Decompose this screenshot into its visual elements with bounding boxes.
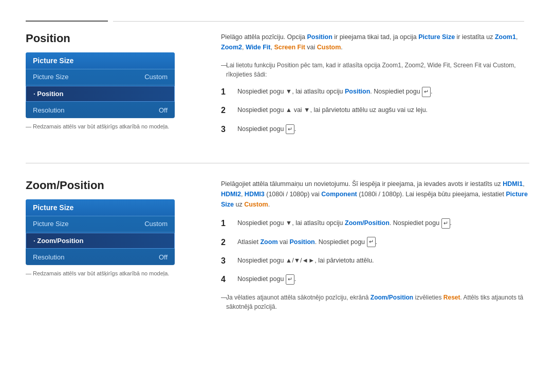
position-item-resolution-label: Resolution bbox=[33, 106, 64, 114]
zoom-position-item-zoomposition-label: · Zoom/Position bbox=[33, 237, 84, 245]
top-divider-thin bbox=[113, 21, 524, 22]
zoom-position-step-1: 1 Nospiediet pogu ▼, lai atlasītu opciju… bbox=[221, 218, 529, 229]
position-intro-zoom2: Zoom2 bbox=[221, 44, 242, 51]
zoom-position-step-4: 4 Nospiediet pogu ↵. bbox=[221, 274, 529, 285]
position-dash-position-kw: Position bbox=[277, 62, 299, 69]
zp-step-2-text: Atlasiet Zoom vai Position. Nospiediet p… bbox=[237, 237, 377, 248]
zoom-position-menu-item-resolution[interactable]: Resolution Off bbox=[26, 250, 175, 265]
position-dash-widefit: Wide Fit bbox=[428, 62, 450, 69]
top-divider-thick bbox=[26, 21, 108, 22]
position-intro-picturesize-keyword: Picture Size bbox=[418, 33, 455, 41]
zoom-position-bottom-note: Ja vēlaties atjaunot attēla sākotnējo po… bbox=[221, 293, 529, 311]
zoom-position-title: Zoom/Position bbox=[26, 179, 200, 192]
zoom-position-item-picturesize-value: Custom bbox=[144, 220, 168, 228]
zp-step-4-icon: ↵ bbox=[286, 274, 294, 285]
zoom-position-item-resolution-value: Off bbox=[159, 253, 168, 261]
position-dash-custom: Custom bbox=[493, 62, 514, 69]
zp-hdmi1: HDMI1 bbox=[503, 180, 523, 188]
position-step-3-number: 3 bbox=[221, 124, 230, 135]
position-intro-screenfit: Screen Fit bbox=[274, 44, 305, 51]
zoom-position-step-2: 2 Atlasiet Zoom vai Position. Nospiediet… bbox=[221, 237, 529, 248]
position-dash-note: Lai lietotu funkciju Position pēc tam, k… bbox=[221, 61, 529, 79]
zoom-position-note: Redzamais attēls var būt atšķirīgs atkar… bbox=[26, 270, 200, 276]
position-dash-zoom1: Zoom1 bbox=[382, 62, 401, 69]
position-intro-zoom1: Zoom1 bbox=[495, 33, 516, 41]
position-intro-custom: Custom bbox=[317, 44, 341, 51]
zp-step-1-keyword: Zoom/Position bbox=[345, 219, 390, 227]
section-divider bbox=[26, 163, 529, 163]
zp-step-2-number: 2 bbox=[221, 237, 230, 248]
position-step-1-icon: ↵ bbox=[422, 87, 431, 97]
position-step-1-keyword: Position bbox=[345, 88, 370, 95]
zp-step-4-number: 4 bbox=[221, 274, 230, 285]
position-item-resolution-value: Off bbox=[159, 106, 168, 114]
position-step-3: 3 Nospiediet pogu ↵. bbox=[221, 124, 529, 135]
position-intro-widefit: Wide Fit bbox=[246, 44, 271, 51]
zoom-position-item-picturesize-label: Picture Size bbox=[33, 220, 68, 228]
position-menu-item-picturesize[interactable]: Picture Size Custom bbox=[26, 69, 175, 85]
zoom-position-item-resolution-label: Resolution bbox=[33, 253, 64, 261]
position-menu-header: Picture Size bbox=[26, 52, 175, 69]
zp-step-1-icon: ↵ bbox=[441, 218, 450, 229]
zoom-position-right: Pielāgojiet attēla tālummaiņu un novieto… bbox=[221, 179, 529, 311]
zp-step-1-number: 1 bbox=[221, 218, 230, 229]
zp-component: Component bbox=[321, 191, 357, 198]
zoom-position-menu-header: Picture Size bbox=[26, 199, 175, 216]
zoom-position-menu-item-zoompositon[interactable]: · Zoom/Position bbox=[26, 233, 175, 249]
position-intro: Pielägo attēla pozīciju. Opcija Position… bbox=[221, 32, 529, 52]
position-intro-position-keyword: Position bbox=[307, 33, 332, 41]
zp-step-2-zoom: Zoom bbox=[260, 238, 278, 246]
zoom-position-left: Zoom/Position Picture Size Picture Size … bbox=[26, 179, 200, 311]
position-menu-item-resolution[interactable]: Resolution Off bbox=[26, 103, 175, 118]
zp-step-1-text: Nospiediet pogu ▼, lai atlasītu opciju Z… bbox=[237, 218, 452, 229]
position-dash-zoom2: Zoom2 bbox=[405, 62, 424, 69]
position-item-picturesize-label: Picture Size bbox=[33, 73, 68, 81]
position-step-1: 1 Nospiediet pogu ▼, lai atlasītu opciju… bbox=[221, 86, 529, 98]
position-step-3-icon: ↵ bbox=[286, 124, 294, 135]
zp-step-3-text: Nospiediet pogu ▲/▼/◄►, lai pārvietotu a… bbox=[237, 255, 374, 266]
position-item-picturesize-value: Custom bbox=[144, 73, 168, 81]
position-item-position-label: · Position bbox=[33, 90, 64, 98]
zoom-position-menu-item-picturesize[interactable]: Picture Size Custom bbox=[26, 216, 175, 232]
position-menu-item-position[interactable]: · Position bbox=[26, 86, 175, 102]
position-title: Position bbox=[26, 32, 200, 45]
position-section: Position Picture Size Picture Size Custo… bbox=[26, 32, 529, 142]
position-step-2: 2 Nospiediet pogu ▲ vai ▼, lai pārvietot… bbox=[221, 105, 529, 116]
zp-hdmi3: HDMI3 bbox=[245, 191, 265, 198]
zp-step-3-number: 3 bbox=[221, 255, 230, 267]
zp-step-2-icon: ↵ bbox=[367, 237, 376, 247]
zoom-position-step-3: 3 Nospiediet pogu ▲/▼/◄►, lai pārvietotu… bbox=[221, 255, 529, 267]
position-step-2-number: 2 bbox=[221, 105, 230, 116]
position-left: Position Picture Size Picture Size Custo… bbox=[26, 32, 200, 142]
position-step-3-text: Nospiediet pogu ↵. bbox=[237, 124, 296, 135]
zp-hdmi2: HDMI2 bbox=[221, 191, 241, 198]
zp-bottom-zoomposition: Zoom/Position bbox=[371, 294, 413, 301]
zp-custom: Custom bbox=[244, 201, 268, 208]
position-menu-box: Picture Size Picture Size Custom · Posit… bbox=[26, 52, 175, 118]
position-note: Redzamais attēls var būt atšķirīgs atkar… bbox=[26, 123, 200, 129]
top-rule bbox=[26, 21, 529, 22]
position-right: Pielägo attēla pozīciju. Opcija Position… bbox=[221, 32, 529, 142]
zp-bottom-reset: Reset bbox=[443, 294, 460, 301]
position-step-1-number: 1 bbox=[221, 86, 230, 98]
zoom-position-menu-box: Picture Size Picture Size Custom · Zoom/… bbox=[26, 199, 175, 265]
zoom-position-intro: Pielāgojiet attēla tālummaiņu un novieto… bbox=[221, 179, 529, 210]
position-step-1-text: Nospiediet pogu ▼, lai atlasītu opciju P… bbox=[237, 86, 433, 97]
zp-step-4-text: Nospiediet pogu ↵. bbox=[237, 274, 296, 285]
position-step-2-text: Nospiediet pogu ▲ vai ▼, lai pārvietotu … bbox=[237, 105, 428, 115]
position-dash-screenfit: Screen Fit bbox=[453, 62, 482, 69]
zp-step-2-position: Position bbox=[289, 238, 314, 246]
zoom-position-section: Zoom/Position Picture Size Picture Size … bbox=[26, 179, 529, 311]
